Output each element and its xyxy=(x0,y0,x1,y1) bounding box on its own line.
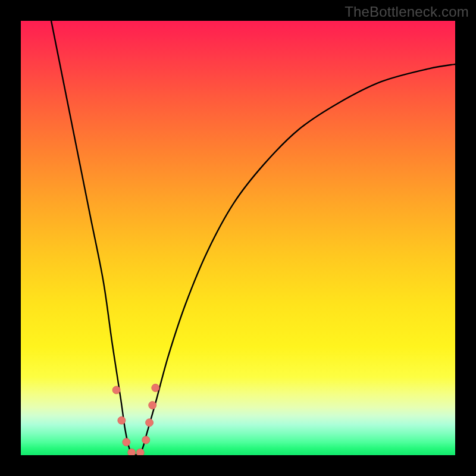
curve-layer xyxy=(21,21,455,455)
plot-area xyxy=(21,21,455,455)
trough-marker xyxy=(146,419,154,427)
trough-marker xyxy=(118,416,126,424)
trough-marker xyxy=(112,386,120,394)
watermark-text: TheBottleneck.com xyxy=(345,4,469,20)
trough-marker xyxy=(136,449,144,455)
trough-marker xyxy=(128,449,136,455)
trough-marker xyxy=(142,436,150,444)
trough-marker xyxy=(149,402,156,409)
trough-marker xyxy=(123,439,130,446)
trough-marker xyxy=(152,384,159,392)
bottleneck-curve xyxy=(51,21,455,455)
chart-frame: TheBottleneck.com xyxy=(0,0,476,476)
